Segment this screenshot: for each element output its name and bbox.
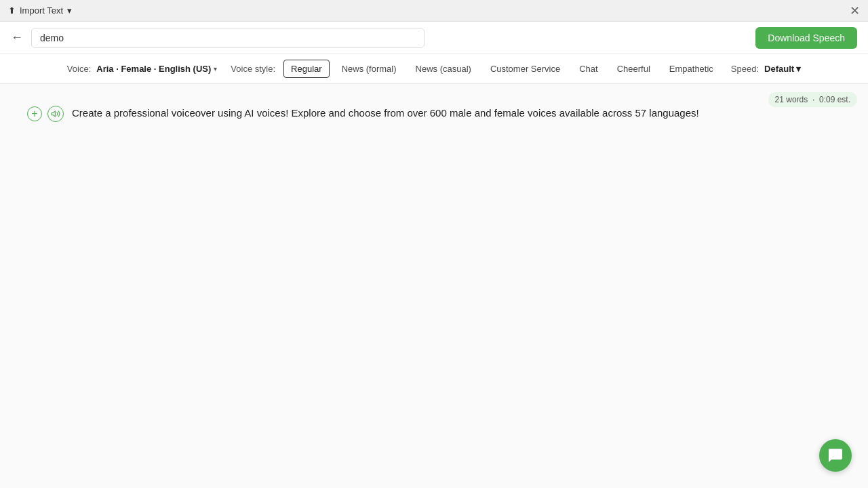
style-customer-service-button[interactable]: Customer Service (484, 60, 567, 77)
download-speech-button[interactable]: Download Speech (755, 27, 857, 49)
speed-selector[interactable]: Default ▾ (764, 64, 801, 74)
text-block-controls: + (27, 106, 64, 122)
title-bar-arrow: ▾ (67, 5, 72, 16)
import-icon: ⬆ (8, 5, 16, 16)
style-regular-button[interactable]: Regular (283, 60, 330, 78)
style-news-casual-button[interactable]: News (casual) (409, 60, 478, 77)
main-content: 21 words · 0:09 est. + Create a professi… (0, 84, 868, 488)
voice-selector[interactable]: Aria · Female · English (US) ▾ (96, 64, 217, 74)
style-empathetic-button[interactable]: Empathetic (663, 60, 720, 77)
style-cheerful-button[interactable]: Cheerful (610, 60, 657, 77)
svg-marker-0 (52, 111, 55, 117)
voice-chevron-icon: ▾ (214, 65, 217, 73)
project-name-input[interactable] (31, 28, 425, 48)
back-button[interactable]: ← (11, 30, 23, 45)
close-button[interactable]: ✕ (850, 5, 860, 17)
title-bar: ⬆ Import Text ▾ ✕ (0, 0, 868, 22)
text-block: + Create a professional voiceover using … (27, 104, 841, 122)
word-count: 21 words (775, 95, 808, 104)
voice-bar: Voice: Aria · Female · English (US) ▾ Vo… (0, 54, 868, 84)
word-count-badge: 21 words · 0:09 est. (768, 92, 857, 107)
speed-value-text: Default (764, 64, 794, 74)
title-bar-label: Import Text (20, 5, 63, 16)
voice-style-label: Voice style: (231, 64, 275, 74)
duration-estimate: 0:09 est. (819, 95, 850, 104)
style-chat-button[interactable]: Chat (572, 60, 604, 77)
speed-label: Speed: (731, 64, 759, 74)
title-bar-text: ⬆ Import Text ▾ (8, 5, 72, 16)
add-block-button[interactable]: + (27, 106, 42, 121)
text-content[interactable]: Create a professional voiceover using AI… (72, 104, 841, 122)
top-bar: ← Download Speech (0, 22, 868, 54)
style-news-formal-button[interactable]: News (formal) (335, 60, 403, 77)
speed-chevron-icon: ▾ (796, 64, 801, 74)
chat-bubble-button[interactable] (819, 439, 852, 472)
play-speaker-button[interactable] (47, 106, 64, 122)
voice-label: Voice: (67, 64, 91, 74)
voice-name: Aria · Female · English (US) (96, 64, 211, 74)
